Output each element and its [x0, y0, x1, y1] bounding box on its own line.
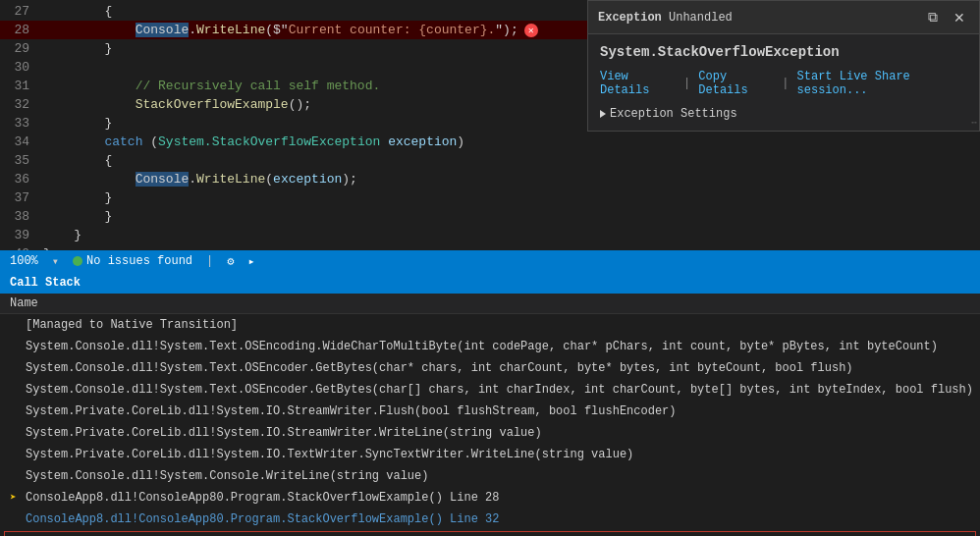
extra-controls: ▸ — [248, 254, 255, 269]
exception-links: View Details | Copy Details | Start Live… — [600, 70, 967, 97]
copy-details-link[interactable]: Copy Details — [698, 70, 774, 97]
zoom-level: 100% — [10, 254, 38, 268]
no-issues-label: No issues found — [86, 254, 192, 268]
editor-area: 27 { 28 Console.WriteLine($"Current coun… — [0, 0, 980, 250]
stack-frame-managed: [Managed to Native Transition] — [0, 314, 980, 336]
exception-popup-title: Exception Unhandled — [598, 11, 733, 25]
call-stack-header: Call Stack — [0, 272, 980, 294]
code-line-34: 34 catch (System.StackOverflowException … — [0, 133, 980, 151]
exception-popup-header: Exception Unhandled ⧉ ✕ — [588, 1, 979, 34]
stack-frame-7: ConsoleApp8.dll!ConsoleApp80.Program.Sta… — [0, 509, 980, 530]
stack-frame-4: System.Private.CoreLib.dll!System.IO.Str… — [0, 422, 980, 444]
live-share-link[interactable]: Start Live Share session... — [797, 70, 967, 97]
call-stack-rows[interactable]: [Managed to Native Transition] System.Co… — [0, 314, 980, 536]
stack-frame-1: System.Console.dll!System.Text.OSEncoder… — [0, 357, 980, 379]
call-stack-column-header: Name — [0, 294, 980, 314]
stack-frame-3: System.Private.CoreLib.dll!System.IO.Str… — [0, 401, 980, 422]
no-issues-indicator: No issues found — [73, 254, 192, 268]
code-line-40: 40 } — [0, 244, 980, 250]
stack-frame-0: System.Console.dll!System.Text.OSEncodin… — [0, 336, 980, 357]
divider: | — [206, 254, 213, 268]
minimize-button[interactable]: ⧉ — [924, 7, 942, 27]
green-dot-icon — [73, 256, 82, 266]
code-line-37: 37 } — [0, 188, 980, 207]
code-line-38: 38 } — [0, 207, 980, 226]
bottom-area: Call Stack Name [Managed to Native Trans… — [0, 272, 980, 536]
stack-frame-2: System.Console.dll!System.Text.OSEncoder… — [0, 379, 980, 401]
status-bar-left: 100% ▾ No issues found | ⚙ ▸ — [10, 254, 970, 269]
call-stack-panel: Call Stack Name [Managed to Native Trans… — [0, 272, 980, 536]
code-line-35: 35 { — [0, 151, 980, 170]
status-bar: 100% ▾ No issues found | ⚙ ▸ — [0, 250, 980, 272]
resize-handle[interactable]: ⋯ — [971, 117, 977, 129]
view-details-link[interactable]: View Details — [600, 70, 676, 97]
expand-icon — [600, 110, 606, 118]
stack-frame-6: System.Console.dll!System.Console.WriteL… — [0, 465, 980, 487]
stack-frame-current: ConsoleApp8.dll!ConsoleApp80.Program.Sta… — [0, 487, 980, 509]
code-line-36: 36 Console.WriteLine(exception); — [0, 170, 980, 188]
error-indicator: ✕ — [524, 24, 538, 37]
close-exception-button[interactable]: ✕ — [950, 8, 969, 27]
exception-type: System.StackOverflowException — [600, 44, 967, 60]
stack-frame-repeated: [The 1 frame(s) above this were repeated… — [4, 531, 976, 536]
code-line-39: 39 } — [0, 226, 980, 244]
exception-popup-body: System.StackOverflowException View Detai… — [588, 34, 979, 131]
settings-icon[interactable]: ⚙ — [227, 254, 234, 269]
exception-settings[interactable]: Exception Settings — [600, 107, 967, 121]
exception-popup-icons: ⧉ ✕ — [924, 7, 969, 27]
stack-frame-5: System.Private.CoreLib.dll!System.IO.Tex… — [0, 444, 980, 465]
exception-popup: Exception Unhandled ⧉ ✕ System.StackOver… — [587, 0, 980, 132]
